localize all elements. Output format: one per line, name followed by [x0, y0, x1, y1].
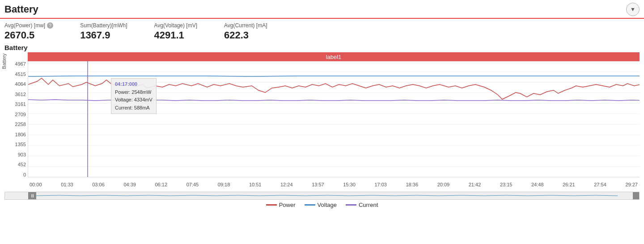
chart-area: label1 Battery 4967 4515 4064 3612 3161 … — [4, 52, 640, 191]
voltage-line — [28, 76, 640, 76]
mini-chart-svg — [36, 192, 633, 199]
scrollbar-left-handle[interactable]: ⏸ — [28, 192, 36, 199]
scrollbar-area[interactable]: ⏸ — [4, 192, 640, 200]
stat-avg-voltage-label: Avg(Voltage) [mV] — [154, 22, 198, 29]
x-label-15: 23:15 — [500, 182, 513, 187]
legend-voltage: Voltage — [305, 202, 337, 208]
legend-current: Current — [346, 202, 378, 208]
x-axis-labels: 00:00 01:33 03:06 04:39 06:12 07:45 09:1… — [28, 178, 640, 191]
y-label-4: 3161 — [4, 101, 28, 107]
x-label-1: 01:33 — [61, 182, 73, 187]
mini-chart — [36, 192, 633, 199]
y-label-0: 4967 — [4, 61, 28, 67]
x-label-17: 26:21 — [563, 182, 575, 187]
stat-avg-current: Avg(Current) [mA] 622.3 — [224, 22, 267, 41]
legend: Power Voltage Current — [0, 202, 644, 208]
stat-avg-voltage-value: 4291.1 — [154, 29, 198, 41]
x-label-19: 29:27 — [625, 182, 638, 187]
y-label-10: 452 — [4, 162, 28, 167]
y-axis-labels: 4967 4515 4064 3612 3161 2709 2258 1806 … — [4, 61, 28, 177]
scrollbar-right-handle[interactable] — [633, 192, 639, 199]
x-label-5: 07:45 — [186, 182, 199, 187]
x-label-10: 15:30 — [343, 182, 356, 187]
y-label-8: 1355 — [4, 142, 28, 147]
label-bar-text: label1 — [326, 54, 342, 60]
page-title: Battery — [4, 4, 38, 15]
y-label-9: 903 — [4, 152, 28, 157]
chevron-down-icon: ▼ — [630, 6, 636, 13]
stat-avg-power-value: 2670.5 — [4, 29, 53, 41]
stat-sum-battery-value: 1367.9 — [80, 29, 127, 41]
legend-power-line — [266, 204, 277, 206]
legend-power: Power — [266, 202, 296, 208]
legend-voltage-line — [305, 204, 315, 206]
x-label-18: 27:54 — [594, 182, 606, 187]
x-label-14: 21:42 — [469, 182, 481, 187]
x-label-6: 09:18 — [218, 182, 230, 187]
stat-avg-power-label: Avg(Power) [mw] ? — [4, 22, 53, 29]
label-bar: label1 — [28, 52, 640, 61]
stat-sum-battery: Sum(Battery)[mWh] 1367.9 — [80, 22, 127, 41]
chart-grid — [28, 61, 640, 177]
stat-sum-battery-label: Sum(Battery)[mWh] — [80, 22, 127, 29]
x-label-0: 00:00 — [30, 182, 42, 187]
stats-row: Avg(Power) [mw] ? 2670.5 Sum(Battery)[mW… — [0, 19, 644, 43]
power-line — [28, 78, 640, 99]
stat-avg-power: Avg(Power) [mw] ? 2670.5 — [4, 22, 53, 41]
legend-current-label: Current — [359, 202, 378, 208]
current-line — [28, 100, 640, 101]
y-label-5: 2709 — [4, 112, 28, 117]
x-label-9: 13:57 — [312, 182, 324, 187]
stat-avg-voltage: Avg(Voltage) [mV] 4291.1 — [154, 22, 198, 41]
x-label-8: 12:24 — [280, 182, 293, 187]
x-label-2: 03:06 — [92, 182, 105, 187]
page-header: Battery ▼ — [0, 0, 644, 19]
x-label-12: 18:36 — [406, 182, 419, 187]
legend-voltage-label: Voltage — [318, 202, 337, 208]
y-label-2: 4064 — [4, 81, 28, 87]
y-label-7: 1806 — [4, 132, 28, 137]
stat-avg-current-value: 622.3 — [224, 29, 267, 41]
y-label-3: 3612 — [4, 92, 28, 97]
x-label-16: 24:48 — [531, 182, 544, 187]
x-label-4: 06:12 — [155, 182, 168, 187]
legend-power-label: Power — [279, 202, 296, 208]
section-title: Battery — [0, 43, 644, 52]
help-icon-power[interactable]: ? — [47, 22, 53, 29]
x-label-11: 17:03 — [374, 182, 387, 187]
x-label-3: 04:39 — [123, 182, 136, 187]
stat-avg-current-label: Avg(Current) [mA] — [224, 22, 267, 29]
legend-current-line — [346, 204, 356, 206]
y-label-11: 0 — [4, 172, 28, 177]
y-label-6: 2258 — [4, 122, 28, 127]
x-label-13: 20:09 — [437, 182, 450, 187]
x-label-7: 10:51 — [249, 182, 262, 187]
chart-plot[interactable]: 04:17:000 Power: 2548mW Voltage: 4334mV … — [28, 61, 640, 177]
dropdown-button[interactable]: ▼ — [626, 3, 640, 16]
y-label-1: 4515 — [4, 72, 28, 77]
